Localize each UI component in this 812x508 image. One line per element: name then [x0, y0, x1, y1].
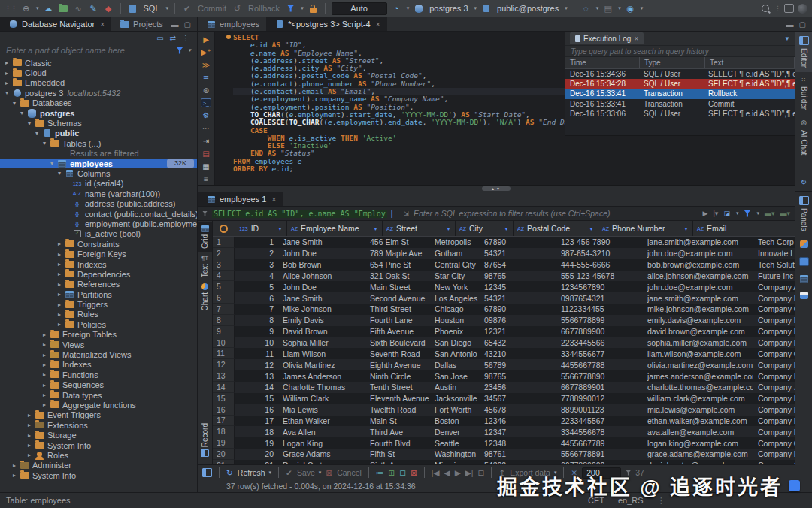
results-filter-bar[interactable]: SELECT e.id AS "ID", e.name AS "Employ ⎸…: [198, 207, 795, 221]
grid-cell[interactable]: Emily Davis: [278, 315, 365, 326]
tree-item-embedded[interactable]: ▸Embedded: [0, 78, 197, 88]
chevron-down-icon[interactable]: ▼: [784, 35, 790, 42]
grid-cell[interactable]: 8899001123: [556, 404, 643, 416]
grid-cell[interactable]: 18: [235, 426, 278, 437]
task-list-icon[interactable]: ▤: [602, 3, 614, 14]
tree-item-data-types[interactable]: ▸Data types: [0, 390, 197, 400]
grid-cell[interactable]: 15: [235, 393, 278, 404]
log-search-input[interactable]: Type query part to search in query histo…: [565, 45, 795, 57]
grid-cell[interactable]: 98765: [480, 271, 556, 282]
erase-filter-icon[interactable]: ◪: [723, 210, 730, 217]
grid-cell[interactable]: 6677889901: [556, 382, 643, 393]
grid-cell[interactable]: Fort Worth: [430, 404, 480, 416]
tree-item-extensions[interactable]: ▸Extensions: [0, 420, 197, 430]
tree-item-storage[interactable]: ▸Storage: [0, 430, 197, 440]
tree-chevron-right-icon[interactable]: ▸: [26, 442, 33, 449]
log-row[interactable]: Dec-16 15:33:06SQL / UserSELECT ¶ e.id A…: [565, 109, 795, 119]
grid-cell[interactable]: 1: [235, 237, 278, 248]
grid-cell[interactable]: 67890: [480, 237, 556, 248]
grid-cell[interactable]: grace.adams@example.com: [643, 449, 753, 460]
tree-item-functions[interactable]: ▸Functions: [0, 370, 197, 379]
grid-cell[interactable]: 5566778899: [556, 315, 643, 326]
log-row[interactable]: Dec-16 15:34:36SQL / UserSELECT ¶ e.id A…: [565, 69, 795, 79]
custom-filter-icon[interactable]: [744, 210, 750, 217]
duplicate-row-icon[interactable]: ⊟: [399, 468, 406, 477]
grid-cell[interactable]: 444-555-6666: [556, 259, 643, 271]
rail-tab-record[interactable]: Record: [201, 420, 209, 460]
grid-row[interactable]: 22John Doe789 Maple AveGotham54321987-65…: [213, 248, 795, 259]
grid-cell[interactable]: 6: [235, 292, 278, 304]
tree-chevron-right-icon[interactable]: ▸: [3, 70, 11, 77]
grid-cell[interactable]: jane.smith@example.com: [643, 292, 753, 304]
tree-chevron-right-icon[interactable]: ▸: [56, 301, 63, 308]
grid-cell[interactable]: john.doe@example.com: [643, 281, 753, 292]
grid-cell[interactable]: 6677889900: [556, 326, 643, 337]
tree-chevron-right-icon[interactable]: ▸: [56, 240, 63, 247]
navigator-menu-icon[interactable]: ⋮: [182, 34, 189, 42]
erase-dropdown[interactable]: ▾: [736, 210, 739, 216]
grid-cell[interactable]: Future Inc: [753, 271, 795, 282]
row-number-cell[interactable]: 11: [213, 348, 235, 359]
grid-cell[interactable]: 65432: [480, 337, 556, 349]
grid-row[interactable]: 1717Ethan WalkerMain StBoston12346223344…: [213, 416, 795, 427]
transaction-mode-icon[interactable]: [285, 3, 296, 14]
tree-chevron-right-icon[interactable]: ▸: [56, 251, 63, 258]
grid-col-header-postal-code[interactable]: AZPostal Code▼: [514, 221, 598, 236]
filter-sql-text[interactable]: SELECT e.id AS "ID", e.name AS "Employ: [212, 210, 387, 218]
grid-cell[interactable]: Ninth Circle: [365, 370, 430, 382]
add-row-icon[interactable]: ⊞: [388, 468, 395, 477]
row-number-cell[interactable]: 3: [213, 259, 235, 271]
delete-row-icon[interactable]: ⊠: [411, 468, 417, 477]
dashboard-icon[interactable]: ◌: [580, 3, 592, 14]
log-col-text[interactable]: Text: [705, 57, 795, 68]
active-schema-select[interactable]: public@postgres: [497, 4, 559, 13]
grid-cell[interactable]: Denver: [430, 426, 480, 437]
grid-cell[interactable]: 45678: [480, 404, 556, 416]
grid-cell[interactable]: Central City: [430, 259, 480, 271]
terminal-icon[interactable]: >_: [201, 98, 211, 107]
new-connection-dropdown[interactable]: ▾: [36, 5, 39, 11]
rail-tab-editor[interactable]: Editor: [795, 32, 812, 72]
grid-cell[interactable]: john.doe@example.com: [643, 248, 753, 259]
tree-item-constraints[interactable]: ▸Constraints: [0, 239, 197, 249]
grid-cell[interactable]: Fifth Avenue: [365, 326, 430, 337]
apply-filter-icon[interactable]: ▶: [703, 210, 708, 217]
grid-cell[interactable]: 654 Pine St: [365, 259, 430, 271]
splitter-handle[interactable]: ▲▼: [482, 186, 511, 191]
driver-manager-icon[interactable]: ◆: [103, 3, 114, 14]
grid-cell[interactable]: logan.king@example.com: [643, 437, 753, 449]
tree-chevron-down-icon[interactable]: ▾: [48, 160, 56, 167]
first-page-icon[interactable]: |◀: [432, 468, 440, 477]
grid-cell[interactable]: 67890: [480, 304, 556, 315]
grid-cell[interactable]: 987-654-3210: [556, 248, 643, 259]
outline-icon[interactable]: ≡: [201, 174, 211, 184]
tree-chevron-right-icon[interactable]: ▸: [56, 261, 63, 268]
grid-cell[interactable]: 54321: [480, 248, 556, 259]
log-row[interactable]: Dec-16 15:34:28SQL / UserSELECT ¶ e.id A…: [565, 79, 795, 89]
grid-row[interactable]: 1313James AndersonNinth CircleSan Jose98…: [213, 370, 795, 382]
sql-line[interactable]: ORDER BY e.id;: [233, 165, 795, 173]
panel-metadata-icon[interactable]: [795, 271, 812, 287]
grid-cell[interactable]: Dallas: [430, 359, 480, 370]
grid-col-header-employee-name[interactable]: AZEmployee Name▼: [287, 221, 383, 236]
grid-cell[interactable]: Second Avenue: [365, 292, 430, 304]
grid-cell[interactable]: 9: [235, 326, 278, 337]
grid-cell[interactable]: Sixth Boulevard: [365, 337, 430, 349]
tree-item-references[interactable]: ▸References: [0, 280, 197, 289]
sql-line[interactable]: ELSE 'Inactive': [233, 142, 795, 150]
toggle-panel-icon[interactable]: [202, 468, 212, 477]
export-icon[interactable]: ↥: [498, 468, 505, 477]
maximize-panel-icon[interactable]: ▢: [184, 20, 191, 29]
grid-cell[interactable]: 17: [235, 416, 278, 427]
grid-cell[interactable]: Sophia Miller: [278, 337, 365, 349]
tab-database-navigator[interactable]: Database Navigator×: [0, 17, 111, 31]
grid-row[interactable]: 1919Logan KingFourth BlvdSeattle12348445…: [213, 437, 795, 449]
grid-col-header-phone-number[interactable]: AZPhone Number▼: [598, 221, 693, 236]
grid-cell[interactable]: 14: [235, 382, 278, 393]
row-number-cell[interactable]: 18: [213, 426, 235, 437]
window-layout-icon[interactable]: [784, 4, 794, 13]
output-file-icon[interactable]: ⇥: [201, 136, 211, 146]
row-number-cell[interactable]: 5: [213, 281, 235, 292]
rail-tab-ai-chat[interactable]: ⊛ AI Chat: [795, 114, 812, 159]
row-number-cell[interactable]: 1: [213, 237, 235, 248]
